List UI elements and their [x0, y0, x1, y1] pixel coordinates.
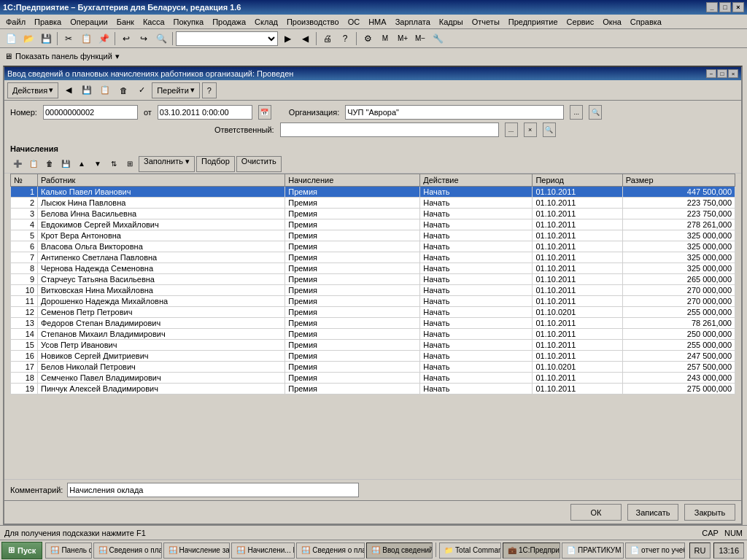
- table-row[interactable]: 9 Старчеус Татьяна Васильевна Премия Нач…: [11, 274, 735, 285]
- select-button[interactable]: Подбор: [196, 156, 235, 172]
- table-row[interactable]: 4 Евдокимов Сергей Михайлович Премия Нач…: [11, 219, 735, 230]
- m-minus-btn[interactable]: M−: [412, 31, 428, 47]
- tbl-copy-btn[interactable]: 📋: [26, 157, 41, 171]
- table-row[interactable]: 12 Семенов Петр Петрович Премия Начать 0…: [11, 307, 735, 318]
- table-row[interactable]: 10 Витковская Нина Михайловна Премия Нач…: [11, 285, 735, 296]
- taskbar-window-item[interactable]: 🪟Начисление зарплаты раб...: [163, 542, 231, 559]
- tbl-down-btn[interactable]: ▼: [90, 157, 105, 171]
- table-row[interactable]: 6 Власова Ольга Викторовна Премия Начать…: [11, 241, 735, 252]
- go-btn2[interactable]: ◀: [297, 31, 313, 47]
- taskbar-window-item[interactable]: 🪟Сведения о плановых начи...: [296, 542, 365, 559]
- table-row[interactable]: 14 Степанов Михаил Владимирович Премия Н…: [11, 329, 735, 340]
- save-button[interactable]: Записать: [627, 504, 678, 521]
- taskbar-app-item[interactable]: 📄отчет по учебной прак...: [625, 542, 684, 559]
- menu-production[interactable]: Производство: [282, 16, 344, 28]
- menu-file[interactable]: Файл: [1, 16, 30, 28]
- taskbar-window-item[interactable]: 🪟Сведения о плановых удер...: [93, 542, 162, 559]
- tbl-del-btn[interactable]: 🗑: [42, 157, 57, 171]
- doc-maximize-btn[interactable]: □: [717, 69, 727, 78]
- resp-clear-btn[interactable]: ×: [524, 122, 537, 137]
- copy-btn[interactable]: 📋: [78, 31, 94, 47]
- toolbar-combo[interactable]: [176, 31, 278, 46]
- table-row[interactable]: 2 Лысюк Нина Павловна Премия Начать 01.1…: [11, 198, 735, 209]
- taskbar-window-item[interactable]: 🪟Панель функций: [45, 542, 91, 559]
- menu-edit[interactable]: Правка: [30, 16, 66, 28]
- menu-salary[interactable]: Зарплата: [391, 16, 435, 28]
- menu-sales[interactable]: Продажа: [208, 16, 250, 28]
- menu-service[interactable]: Сервис: [562, 16, 599, 28]
- taskbar-window-item[interactable]: 🪟Начислени... Не проведен: [231, 542, 295, 559]
- doc-close-btn[interactable]: ×: [728, 69, 738, 78]
- menu-bank[interactable]: Банк: [112, 16, 139, 28]
- table-row[interactable]: 13 Федоров Степан Владимирович Премия На…: [11, 318, 735, 329]
- cut-btn[interactable]: ✂: [61, 31, 77, 47]
- m-btn[interactable]: M: [377, 31, 393, 47]
- actions-button[interactable]: Действия ▾: [7, 82, 58, 98]
- help-button[interactable]: ?: [202, 82, 217, 98]
- doc-copy-btn[interactable]: 📋: [97, 82, 113, 98]
- clear-button[interactable]: Очистить: [236, 156, 282, 172]
- tbl-up-btn[interactable]: ▲: [74, 157, 89, 171]
- table-row[interactable]: 1 Калько Павел Иванович Премия Начать 01…: [11, 187, 735, 198]
- go-btn[interactable]: ▶: [279, 31, 295, 47]
- menu-warehouse[interactable]: Склад: [250, 16, 282, 28]
- menu-reports[interactable]: Отчеты: [468, 16, 504, 28]
- question-btn[interactable]: ?: [337, 31, 353, 47]
- table-row[interactable]: 18 Семченко Павел Владимирович Премия На…: [11, 373, 735, 384]
- menu-operations[interactable]: Операции: [66, 16, 112, 28]
- undo-btn[interactable]: ↩: [118, 31, 134, 47]
- close-button[interactable]: Закрыть: [684, 504, 735, 521]
- table-row[interactable]: 7 Антипенко Светлана Павловна Премия Нач…: [11, 252, 735, 263]
- goto-button[interactable]: Перейти ▾: [152, 82, 200, 98]
- config-btn[interactable]: ⚙: [360, 31, 376, 47]
- tbl-sort-btn[interactable]: ⇅: [107, 157, 121, 171]
- show-panel-label[interactable]: Показать панель функций: [15, 52, 112, 61]
- resp-input[interactable]: [280, 122, 499, 137]
- doc-post-btn[interactable]: ✓: [133, 82, 150, 98]
- maximize-button[interactable]: □: [719, 2, 731, 12]
- table-row[interactable]: 16 Новиков Сергей Дмитриевич Премия Нача…: [11, 351, 735, 362]
- org-search-btn[interactable]: 🔍: [589, 105, 602, 120]
- menu-windows[interactable]: Окна: [598, 16, 626, 28]
- resp-select-btn[interactable]: ...: [505, 122, 518, 137]
- find-btn[interactable]: 🔍: [153, 31, 169, 47]
- table-row[interactable]: 11 Дорошенко Надежда Михайловна Премия Н…: [11, 296, 735, 307]
- table-row[interactable]: 3 Белова Инна Васильевна Премия Начать 0…: [11, 209, 735, 219]
- minimize-button[interactable]: _: [706, 2, 718, 12]
- close-button[interactable]: ×: [732, 2, 744, 12]
- calendar-btn[interactable]: 📅: [258, 105, 271, 120]
- table-row[interactable]: 8 Чернова Надежда Семеновна Премия Начат…: [11, 263, 735, 274]
- table-row[interactable]: 5 Крот Вера Антоновна Премия Начать 01.1…: [11, 230, 735, 241]
- taskbar-app-item[interactable]: 💼1С:Предприятие – Бу...: [503, 542, 560, 559]
- from-input[interactable]: [158, 105, 252, 120]
- taskbar-window-item[interactable]: 🪟Ввод сведений ... Проведен: [366, 542, 433, 559]
- redo-btn[interactable]: ↪: [136, 31, 152, 47]
- menu-nma[interactable]: НМА: [364, 16, 390, 28]
- tbl-add-btn[interactable]: ➕: [10, 157, 25, 171]
- tbl-filter-btn[interactable]: ⊞: [123, 157, 137, 171]
- menu-os[interactable]: ОС: [344, 16, 365, 28]
- back-btn[interactable]: ◀: [61, 82, 77, 98]
- m-plus-btn[interactable]: M+: [395, 31, 411, 47]
- org-select-btn[interactable]: ...: [570, 105, 583, 120]
- save-icon-btn[interactable]: 💾: [79, 82, 95, 98]
- comment-input[interactable]: [67, 483, 359, 497]
- doc-mark-btn[interactable]: 🗑: [115, 82, 131, 98]
- tools-btn[interactable]: 🔧: [430, 31, 446, 47]
- start-button[interactable]: ⊞ Пуск: [1, 542, 42, 559]
- new-btn[interactable]: 📄: [3, 31, 19, 47]
- table-row[interactable]: 15 Усов Петр Иванович Премия Начать 01.1…: [11, 340, 735, 351]
- tbl-save-btn[interactable]: 💾: [58, 157, 73, 171]
- open-btn[interactable]: 📂: [20, 31, 36, 47]
- menu-staff[interactable]: Кадры: [435, 16, 468, 28]
- taskbar-app-item[interactable]: 📄ПРАКТИКУМ АУ ЗАДАЧ...: [562, 542, 624, 559]
- org-input[interactable]: [345, 105, 564, 120]
- fill-button[interactable]: Заполнить ▾: [139, 156, 195, 172]
- number-input[interactable]: [43, 105, 138, 120]
- save-btn[interactable]: 💾: [38, 31, 54, 47]
- ok-button[interactable]: ОК: [570, 504, 622, 521]
- menu-cash[interactable]: Касса: [139, 16, 169, 28]
- doc-minimize-btn[interactable]: −: [706, 69, 716, 78]
- menu-help[interactable]: Справка: [626, 16, 666, 28]
- print-btn[interactable]: 🖨: [320, 31, 336, 47]
